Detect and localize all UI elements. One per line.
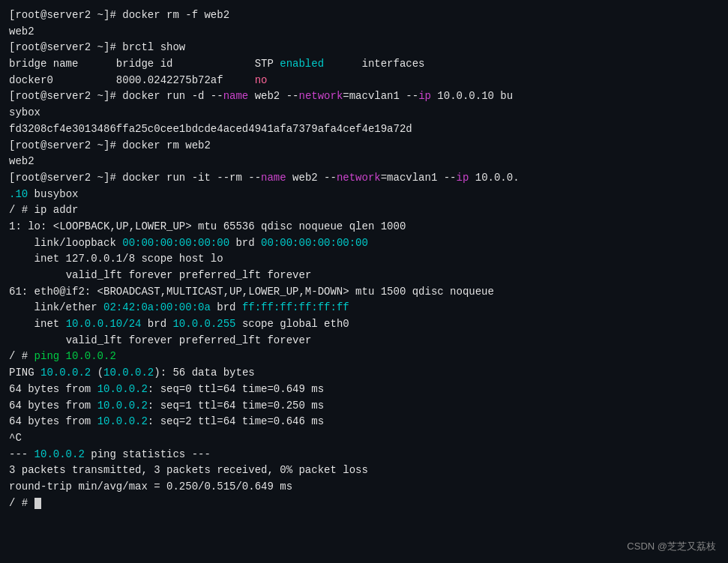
terminal-line: [root@server2 ~]# docker run -d --name w… (9, 88, 719, 105)
terminal-content: [root@server2 ~]# docker rm -f web2web2[… (9, 7, 719, 511)
terminal-line: 64 bytes from 10.0.0.2: seq=1 ttl=64 tim… (9, 398, 719, 415)
terminal-line: [root@server2 ~]# docker rm web2 (9, 138, 719, 154)
terminal-line: / # (9, 496, 719, 512)
terminal-line: bridge name bridge id STP enabled interf… (9, 56, 719, 73)
terminal-line: / # ping 10.0.0.2 (9, 349, 719, 365)
terminal-line: web2 (9, 154, 719, 170)
terminal-line: 64 bytes from 10.0.0.2: seq=0 ttl=64 tim… (9, 382, 719, 398)
terminal-line: PING 10.0.0.2 (10.0.0.2): 56 data bytes (9, 365, 719, 382)
watermark: CSDN @芝芝又荔枝 (627, 539, 716, 554)
terminal-line: / # ip addr (9, 202, 719, 219)
terminal-line: [root@server2 ~]# docker rm -f web2 (9, 7, 719, 24)
terminal-line: inet 127.0.0.1/8 scope host lo (9, 251, 719, 268)
terminal-line: 61: eth0@if2: <BROADCAST,MULTICAST,UP,LO… (9, 284, 719, 301)
terminal-line: round-trip min/avg/max = 0.250/0.515/0.6… (9, 479, 719, 496)
terminal-line: 3 packets transmitted, 3 packets receive… (9, 463, 719, 479)
terminal-line: docker0 8000.0242275b72af no (9, 73, 719, 89)
terminal-line: link/loopback 00:00:00:00:00:00 brd 00:0… (9, 235, 719, 252)
terminal-line: .10 busybox (9, 187, 719, 203)
terminal-line: 64 bytes from 10.0.0.2: seq=2 ttl=64 tim… (9, 414, 719, 430)
terminal-line: 1: lo: <LOOPBACK,UP,LOWER_UP> mtu 65536 … (9, 219, 719, 235)
terminal-line: valid_lft forever preferred_lft forever (9, 268, 719, 284)
terminal-line: [root@server2 ~]# docker run -it --rm --… (9, 170, 719, 187)
terminal-line: [root@server2 ~]# brctl show (9, 40, 719, 56)
terminal-line: web2 (9, 24, 719, 40)
terminal-line: fd3208cf4e3013486ffa25c0cee1bdcde4aced49… (9, 121, 719, 138)
cursor (34, 498, 41, 509)
terminal: [root@server2 ~]# docker rm -f web2web2[… (0, 0, 728, 563)
terminal-line: valid_lft forever preferred_lft forever (9, 333, 719, 349)
terminal-line: link/ether 02:42:0a:00:00:0a brd ff:ff:f… (9, 300, 719, 316)
terminal-line: inet 10.0.0.10/24 brd 10.0.0.255 scope g… (9, 316, 719, 333)
terminal-line: sybox (9, 105, 719, 121)
terminal-line: --- 10.0.0.2 ping statistics --- (9, 447, 719, 463)
terminal-line: ^C (9, 430, 719, 447)
